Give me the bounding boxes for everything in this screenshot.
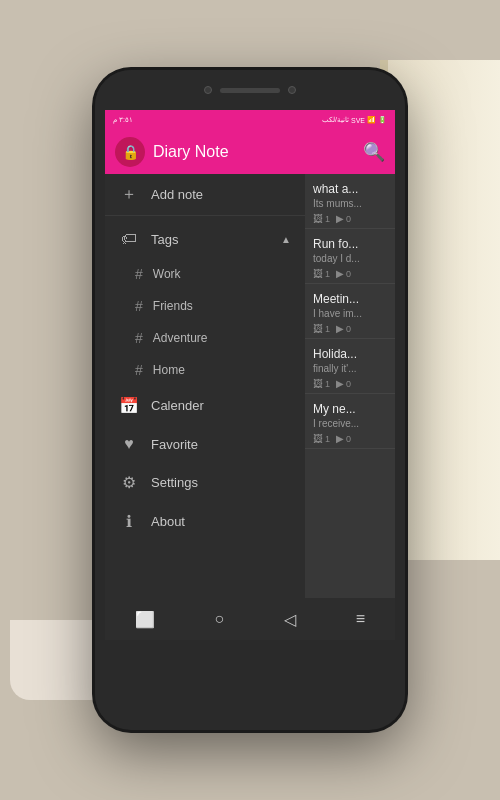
note-item-3[interactable]: Holida... finally it'... 🖼 1 ▶ 0 (305, 339, 395, 394)
about-label: About (151, 514, 185, 529)
note-images-0: 🖼 1 (313, 213, 330, 224)
note-item-0[interactable]: what a... Its mums... 🖼 1 ▶ 0 (305, 174, 395, 229)
image-icon: 🖼 (313, 323, 323, 334)
phone-screen: ٣:٥١ م ثانية/لكب SVE 📶 🔋 🔒 Diary Note 🔍 (105, 110, 395, 640)
tag-label-friends: Friends (153, 299, 193, 313)
note-videos-3: ▶ 0 (336, 378, 351, 389)
tags-label: Tags (151, 232, 178, 247)
note-meta-3: 🖼 1 ▶ 0 (313, 378, 387, 389)
home-nav-button[interactable]: ○ (203, 606, 237, 632)
video-icon: ▶ (336, 213, 344, 224)
app-logo: 🔒 (115, 137, 145, 167)
gear-icon: ⚙ (119, 473, 139, 492)
phone-bottom-bezel (95, 640, 405, 720)
hash-icon: # (135, 362, 143, 378)
menu-nav-button[interactable]: ≡ (344, 606, 377, 632)
note-title-3: Holida... (313, 347, 387, 361)
note-preview-2: I have im... (313, 308, 387, 319)
note-meta-4: 🖼 1 ▶ 0 (313, 433, 387, 444)
add-note-button[interactable]: ＋ Add note (105, 174, 305, 216)
image-icon: 🖼 (313, 433, 323, 444)
note-meta-0: 🖼 1 ▶ 0 (313, 213, 387, 224)
tags-chevron-icon: ▲ (281, 234, 291, 245)
hash-icon: # (135, 266, 143, 282)
tag-label-work: Work (153, 267, 181, 281)
tag-label-home: Home (153, 363, 185, 377)
note-images-2: 🖼 1 (313, 323, 330, 334)
tag-item-work[interactable]: # Work (105, 258, 305, 290)
calendar-icon: 📅 (119, 396, 139, 415)
note-images-1: 🖼 1 (313, 268, 330, 279)
heart-icon: ♥ (119, 435, 139, 453)
hash-icon: # (135, 330, 143, 346)
sensor-indicator (288, 86, 296, 94)
calendar-menu-item[interactable]: 📅 Calender (105, 386, 305, 425)
note-item-4[interactable]: My ne... I receive... 🖼 1 ▶ 0 (305, 394, 395, 449)
image-icon: 🖼 (313, 378, 323, 389)
note-preview-4: I receive... (313, 418, 387, 429)
tag-item-home[interactable]: # Home (105, 354, 305, 386)
add-note-icon: ＋ (119, 184, 139, 205)
favorite-menu-item[interactable]: ♥ Favorite (105, 425, 305, 463)
note-videos-0: ▶ 0 (336, 213, 351, 224)
note-preview-3: finally it'... (313, 363, 387, 374)
settings-label: Settings (151, 475, 198, 490)
note-preview-0: Its mums... (313, 198, 387, 209)
note-item-1[interactable]: Run fo... today I d... 🖼 1 ▶ 0 (305, 229, 395, 284)
note-title-2: Meetin... (313, 292, 387, 306)
status-battery: 🔋 (378, 116, 387, 124)
status-bar: ٣:٥١ م ثانية/لكب SVE 📶 🔋 (105, 110, 395, 130)
phone-top-bar (95, 70, 405, 110)
note-videos-2: ▶ 0 (336, 323, 351, 334)
settings-menu-item[interactable]: ⚙ Settings (105, 463, 305, 502)
about-menu-item[interactable]: ℹ About (105, 502, 305, 541)
status-time: ٣:٥١ م (113, 116, 133, 124)
video-icon: ▶ (336, 378, 344, 389)
image-icon: 🖼 (313, 213, 323, 224)
screen-body: ＋ Add note 🏷 Tags ▲ # Work # Friends (105, 174, 395, 598)
note-title-1: Run fo... (313, 237, 387, 251)
status-rtl-text: ثانية/لكب (322, 116, 349, 124)
app-title: Diary Note (153, 143, 355, 161)
tag-item-adventure[interactable]: # Adventure (105, 322, 305, 354)
tag-item-friends[interactable]: # Friends (105, 290, 305, 322)
video-icon: ▶ (336, 323, 344, 334)
back-nav-button[interactable]: ◁ (272, 606, 308, 633)
bottom-navigation: ⬜ ○ ◁ ≡ (105, 598, 395, 640)
info-icon: ℹ (119, 512, 139, 531)
note-title-0: what a... (313, 182, 387, 196)
note-videos-4: ▶ 0 (336, 433, 351, 444)
tags-section-header[interactable]: 🏷 Tags ▲ (105, 220, 305, 258)
calendar-label: Calender (151, 398, 204, 413)
note-meta-1: 🖼 1 ▶ 0 (313, 268, 387, 279)
favorite-label: Favorite (151, 437, 198, 452)
notes-list: what a... Its mums... 🖼 1 ▶ 0 (305, 174, 395, 598)
status-signal: 📶 (367, 116, 376, 124)
note-videos-1: ▶ 0 (336, 268, 351, 279)
status-icons: ثانية/لكب SVE 📶 🔋 (322, 116, 387, 124)
note-preview-1: today I d... (313, 253, 387, 264)
hash-icon: # (135, 298, 143, 314)
app-header: 🔒 Diary Note 🔍 (105, 130, 395, 174)
speaker-grille (220, 88, 280, 93)
note-item-2[interactable]: Meetin... I have im... 🖼 1 ▶ 0 (305, 284, 395, 339)
add-note-label: Add note (151, 187, 203, 202)
image-icon: 🖼 (313, 268, 323, 279)
navigation-drawer: ＋ Add note 🏷 Tags ▲ # Work # Friends (105, 174, 305, 598)
note-images-3: 🖼 1 (313, 378, 330, 389)
camera-indicator (204, 86, 212, 94)
note-meta-2: 🖼 1 ▶ 0 (313, 323, 387, 334)
phone-device: ٣:٥١ م ثانية/لكب SVE 📶 🔋 🔒 Diary Note 🔍 (95, 70, 405, 730)
lock-icon: 🔒 (122, 144, 139, 160)
video-icon: ▶ (336, 268, 344, 279)
note-title-4: My ne... (313, 402, 387, 416)
tag-label-adventure: Adventure (153, 331, 208, 345)
search-icon[interactable]: 🔍 (363, 141, 385, 163)
video-icon: ▶ (336, 433, 344, 444)
square-nav-button[interactable]: ⬜ (123, 606, 167, 633)
note-images-4: 🖼 1 (313, 433, 330, 444)
status-carrier: SVE (351, 117, 365, 124)
tags-icon: 🏷 (119, 230, 139, 248)
